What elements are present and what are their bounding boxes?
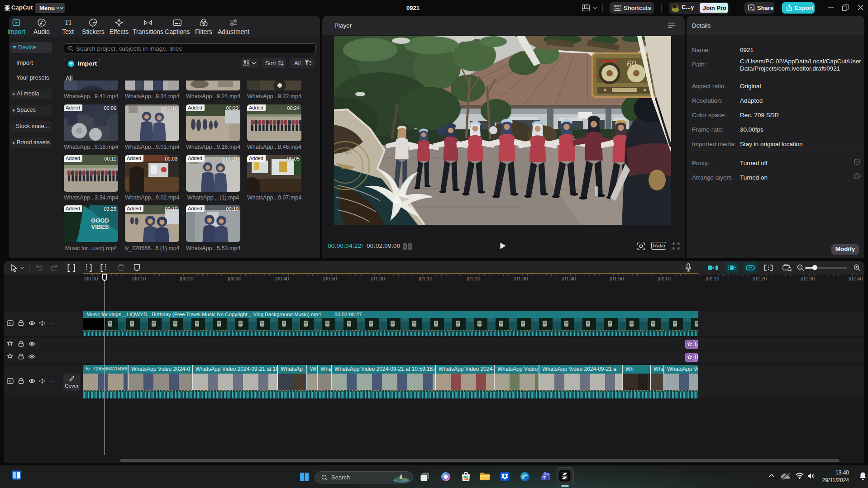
svg-text:60: 60 (627, 59, 636, 68)
svg-text:?: ? (856, 160, 858, 164)
svg-text:TI: TI (64, 19, 71, 26)
svg-text:VIBES: VIBES (91, 223, 109, 230)
svg-text:GOOD: GOOD (91, 217, 109, 224)
svg-text:A: A (594, 73, 597, 78)
svg-text:?: ? (856, 175, 858, 179)
svg-text:TIME: TIME (342, 150, 353, 155)
